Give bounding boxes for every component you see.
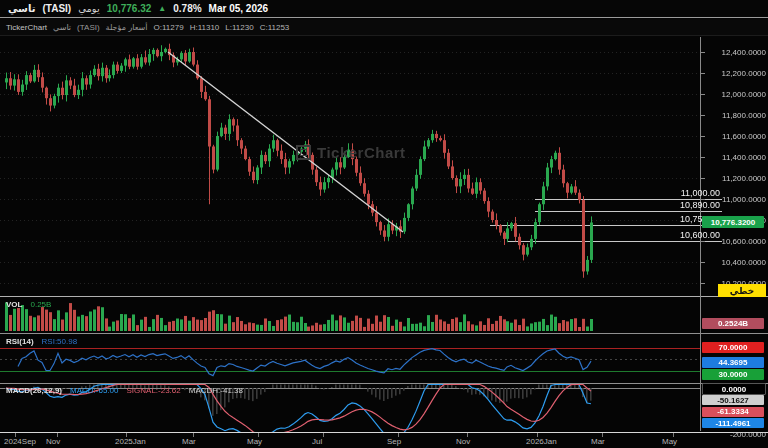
rsi-value: RSI:50.98 xyxy=(42,337,78,346)
chart-info-bar: TickerChart تاسي (TASI) أسعار مؤجلة O:11… xyxy=(0,19,768,36)
macd-value-badge: 0.0000 xyxy=(702,383,766,395)
rsi-level-badge: 70.0000 xyxy=(702,342,764,353)
last-price-badge: 10,776.3200 xyxy=(702,216,764,228)
macd-hist-value: MACDH:-41.38 xyxy=(189,386,243,395)
open-value: O:11279 xyxy=(154,23,184,32)
macd-value-badge: -111.4961 xyxy=(702,418,764,428)
rsi-title: RSI(14) xyxy=(6,337,34,346)
signal-value: SIGNAL:-23.62 xyxy=(126,386,180,395)
level-price-label: 10,600.00 xyxy=(640,230,720,240)
time-axis-label: Nov xyxy=(456,437,470,446)
time-axis-tick xyxy=(323,433,324,437)
high-value: H:11310 xyxy=(190,23,220,32)
time-axis-label: Jul xyxy=(312,437,322,446)
info-symbol-arabic: تاسي xyxy=(53,23,71,32)
change-percent: 0.78% xyxy=(173,3,201,14)
rsi-level-badge: 30.0000 xyxy=(702,369,764,380)
watermark-text: TickerChart xyxy=(317,144,406,161)
volume-badge: 0.2524B xyxy=(702,318,764,329)
macd-min-label: -200.0000 xyxy=(696,430,766,439)
price-axis-label: 12,000.0000 xyxy=(696,90,766,99)
macd-title: MACD(26,12,9) xyxy=(6,386,62,395)
rsi-pane-header: RSI(14) RSI:50.98 xyxy=(6,337,77,346)
timeframe-label[interactable]: يومي xyxy=(78,3,100,14)
symbol-ticker: (TASI) xyxy=(42,3,71,14)
level-price-label: 10,890.00 xyxy=(640,200,720,210)
delayed-prices-note: أسعار مؤجلة xyxy=(106,23,148,32)
tickerchart-watermark: TickerChart xyxy=(296,144,406,161)
brand-label: TickerChart xyxy=(6,23,47,32)
time-axis-label: Mar xyxy=(182,437,196,446)
up-triangle-icon: ▲ xyxy=(158,4,166,13)
time-axis-label: 2026Jan xyxy=(526,437,557,446)
time-axis-label: May xyxy=(247,437,262,446)
price-axis-label: 11,200.0000 xyxy=(696,174,766,183)
time-axis-label: Nov xyxy=(46,437,60,446)
close-value: C:11253 xyxy=(260,23,290,32)
time-axis-label: 2025Jan xyxy=(115,437,146,446)
time-axis-label: 2024Sep xyxy=(4,437,36,446)
macd-value: MACD:-65.00 xyxy=(70,386,118,395)
volume-value: 0.25B xyxy=(30,300,51,309)
symbol-name-arabic: تاسي xyxy=(8,3,35,14)
time-axis-label: Sep xyxy=(387,437,401,446)
price-axis-label: 11,400.0000 xyxy=(696,153,766,162)
volume-title: VOL xyxy=(6,300,22,309)
price-axis-label: 11,800.0000 xyxy=(696,111,766,120)
price-axis-label: 12,200.0000 xyxy=(696,69,766,78)
low-value: L:11230 xyxy=(225,23,253,32)
price-axis-label: 12,400.0000 xyxy=(696,48,766,57)
pane-separator xyxy=(0,296,768,297)
time-axis[interactable]: 2024SepNov2025JanMarMayJulSepNov2026JanM… xyxy=(0,432,768,448)
tickerchart-window: تاسي (TASI) يومي 10,776.32 ▲ 0.78% Mar 0… xyxy=(0,0,768,448)
tickerchart-logo-icon xyxy=(296,145,311,160)
volume-pane-header: VOL 0.25B xyxy=(6,300,51,309)
symbol-header: تاسي (TASI) يومي 10,776.32 ▲ 0.78% Mar 0… xyxy=(0,0,768,18)
time-axis-label: May xyxy=(662,437,677,446)
price-axis-label: 10,400.0000 xyxy=(696,258,766,267)
rsi-level-badge: 44.3695 xyxy=(702,357,764,368)
pane-separator xyxy=(0,333,768,334)
level-price-label: 11,000.00 xyxy=(640,188,720,198)
macd-value-badge: -50.1627 xyxy=(702,395,764,405)
price-axis-label: 11,600.0000 xyxy=(696,132,766,141)
pane-separator xyxy=(0,383,768,384)
last-price: 10,776.32 xyxy=(107,3,152,14)
macd-pane-header: MACD(26,12,9) MACD:-65.00 SIGNAL:-23.62 … xyxy=(6,386,243,395)
time-axis-label: Mar xyxy=(591,437,605,446)
scale-mode-badge[interactable]: خطي xyxy=(718,284,766,297)
session-date: Mar 05, 2026 xyxy=(209,3,269,14)
macd-value-badge: -61.3334 xyxy=(702,407,764,417)
info-symbol-ticker: (TASI) xyxy=(77,23,100,32)
